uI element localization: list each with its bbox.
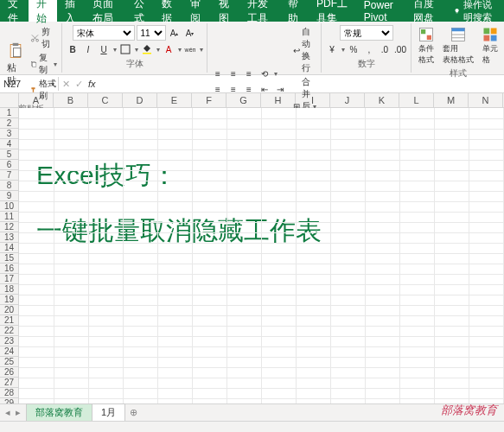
row-header[interactable]: 3	[0, 129, 18, 139]
inc-decimal-button[interactable]: .0	[378, 42, 392, 56]
col-header[interactable]: M	[434, 93, 469, 107]
col-header[interactable]: J	[330, 93, 365, 107]
increase-font-button[interactable]: A▴	[168, 26, 182, 40]
cut-button[interactable]: 剪切	[29, 25, 58, 51]
col-header[interactable]: E	[157, 93, 192, 107]
sheet-tab-2[interactable]: 1月	[92, 403, 125, 422]
row-header[interactable]: 6	[0, 160, 18, 170]
paste-button[interactable]: 粘贴	[3, 40, 28, 89]
underline-button[interactable]: U	[97, 42, 111, 56]
copy-button[interactable]: 复制▾	[29, 51, 58, 77]
indent-dec-button[interactable]: ⇤	[258, 82, 271, 96]
tab-insert[interactable]: 插入	[57, 0, 86, 22]
row-header[interactable]: 4	[0, 139, 18, 149]
font-color-button[interactable]: A	[162, 42, 175, 56]
conditional-format-button[interactable]: 条件格式	[415, 25, 437, 67]
row-header[interactable]: 19	[0, 295, 18, 305]
row-header[interactable]: 26	[0, 367, 18, 378]
row-header[interactable]: 20	[0, 305, 18, 315]
tab-layout[interactable]: 页面布局	[85, 0, 125, 22]
row-header[interactable]: 10	[0, 201, 18, 212]
group-styles: 条件格式 套用 表格格式 单元格 样式	[411, 23, 504, 73]
tab-powerpivot[interactable]: Power Pivot	[356, 0, 405, 22]
tab-home[interactable]: 开始	[29, 0, 57, 22]
new-sheet-button[interactable]: ⊕	[124, 405, 143, 420]
row-header[interactable]: 24	[0, 346, 18, 357]
tab-help[interactable]: 帮助	[280, 0, 309, 22]
sheet-nav-next[interactable]: ▸	[16, 407, 21, 418]
row-header[interactable]: 8	[0, 181, 18, 191]
decrease-font-button[interactable]: A▾	[183, 26, 197, 40]
font-size-combo[interactable]: 11	[137, 25, 166, 41]
row-header[interactable]: 21	[0, 315, 18, 326]
align-center-button[interactable]: ≡	[226, 82, 240, 96]
enter-icon[interactable]: ✓	[75, 79, 83, 90]
format-as-table-button[interactable]: 套用 表格格式	[439, 25, 477, 67]
svg-rect-7	[121, 45, 130, 54]
tab-data[interactable]: 数据	[154, 0, 182, 22]
tab-pdf[interactable]: PDF工具集	[309, 0, 356, 22]
row-header[interactable]: 27	[0, 378, 18, 388]
format-painter-button[interactable]: 格式刷	[29, 77, 58, 103]
wrap-text-button[interactable]: ↩自动换行	[292, 25, 317, 75]
bold-button[interactable]: B	[66, 42, 80, 56]
row-header[interactable]: 15	[0, 253, 18, 264]
row-header[interactable]: 7	[0, 170, 18, 181]
row-header[interactable]: 16	[0, 264, 18, 274]
col-header[interactable]: D	[123, 93, 157, 107]
row-header[interactable]: 23	[0, 336, 18, 346]
row-header[interactable]: 2	[0, 118, 18, 129]
number-format-combo[interactable]: 常规	[340, 25, 393, 41]
dec-decimal-button[interactable]: .00	[393, 42, 407, 56]
tab-dev[interactable]: 开发工具	[239, 0, 280, 22]
row-header[interactable]: 28	[0, 388, 18, 398]
row-header[interactable]: 9	[0, 191, 18, 201]
col-header[interactable]: C	[88, 93, 123, 107]
tab-baidu[interactable]: 百度网盘	[405, 0, 446, 22]
currency-button[interactable]: ¥	[325, 42, 339, 56]
tab-review[interactable]: 审阅	[182, 0, 211, 22]
sheet-tab-1[interactable]: 部落窝教育	[26, 403, 93, 422]
fill-color-button[interactable]	[140, 42, 154, 56]
percent-button[interactable]: %	[347, 42, 360, 56]
phonetic-button[interactable]: wén	[183, 42, 197, 56]
row-header[interactable]: 17	[0, 274, 18, 284]
border-button[interactable]	[118, 42, 132, 56]
indent-inc-button[interactable]: ⇥	[273, 82, 287, 96]
align-middle-button[interactable]: ≡	[226, 67, 240, 80]
svg-rect-6	[33, 63, 36, 67]
align-right-button[interactable]: ≡	[242, 82, 256, 96]
row-header[interactable]: 12	[0, 222, 18, 232]
row-header[interactable]: 5	[0, 149, 18, 160]
row-header[interactable]: 1	[0, 108, 18, 118]
tab-formula[interactable]: 公式	[126, 0, 155, 22]
align-left-button[interactable]: ≡	[211, 82, 225, 96]
svg-rect-2	[14, 48, 21, 56]
font-name-combo[interactable]: 宋体	[73, 25, 135, 41]
col-header[interactable]: K	[365, 93, 399, 107]
sheet-nav-prev[interactable]: ◂	[5, 407, 10, 418]
row-header[interactable]: 14	[0, 243, 18, 253]
cancel-icon[interactable]: ✕	[62, 79, 70, 90]
cell-grid[interactable]: Excel技巧： 一键批量取消隐藏工作表	[19, 108, 504, 414]
align-top-button[interactable]: ≡	[211, 67, 225, 80]
cell-styles-button[interactable]: 单元格	[479, 25, 501, 67]
group-clipboard: 粘贴 剪切 复制▾ 格式刷 剪贴板	[0, 23, 62, 73]
col-header[interactable]: B	[54, 93, 88, 107]
italic-button[interactable]: I	[81, 42, 95, 56]
tab-file[interactable]: 文件	[0, 0, 29, 22]
tab-view[interactable]: 视图	[211, 0, 239, 22]
col-header[interactable]: L	[399, 93, 434, 107]
tell-me-search[interactable]: 操作说明搜索	[447, 0, 504, 22]
worksheet[interactable]: 1234567891011121314151617181920212223242…	[0, 108, 504, 414]
orientation-button[interactable]: ⟲	[258, 67, 271, 80]
comma-button[interactable]: ,	[362, 42, 376, 56]
row-header[interactable]: 13	[0, 232, 18, 243]
row-header[interactable]: 18	[0, 284, 18, 295]
col-header[interactable]: N	[469, 93, 503, 107]
align-bottom-button[interactable]: ≡	[242, 67, 256, 80]
fx-button[interactable]: fx	[88, 79, 96, 89]
row-header[interactable]: 25	[0, 357, 18, 367]
row-header[interactable]: 11	[0, 212, 18, 222]
row-header[interactable]: 22	[0, 326, 18, 336]
